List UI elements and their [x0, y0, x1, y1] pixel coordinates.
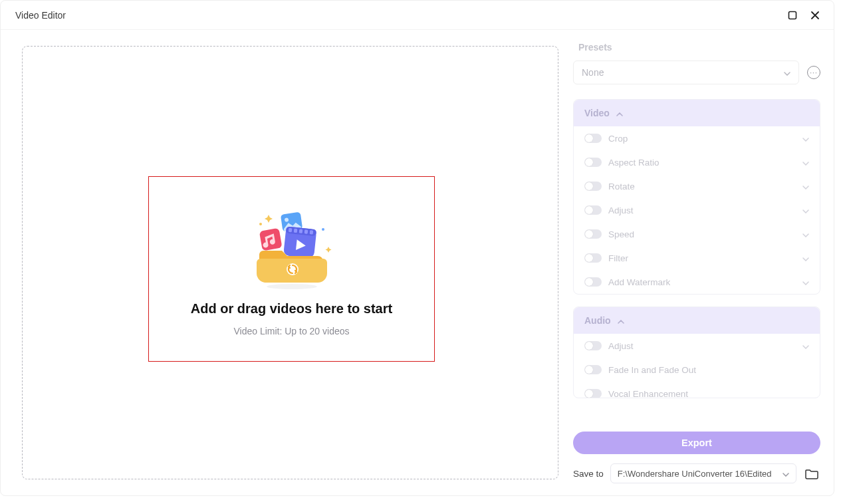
- chevron-down-icon: [802, 180, 809, 192]
- toggle-adjust-audio[interactable]: [584, 341, 602, 350]
- option-adjust-audio[interactable]: Adjust: [574, 334, 820, 358]
- svg-rect-5: [259, 228, 282, 251]
- toggle-crop[interactable]: [584, 134, 602, 143]
- toggle-rotate[interactable]: [584, 182, 602, 191]
- section-video-body: Crop Aspect Ratio Rotate: [574, 126, 820, 294]
- chevron-down-icon: [802, 204, 809, 216]
- presets-selected: None: [582, 67, 604, 78]
- toggle-fade[interactable]: [584, 365, 602, 374]
- section-video: Video Crop Aspect Ratio: [573, 99, 820, 295]
- option-fade[interactable]: Fade In and Fade Out: [574, 358, 820, 382]
- option-crop[interactable]: Crop: [574, 126, 820, 150]
- window-controls: [786, 9, 822, 22]
- save-to-row: Save to F:\Wondershare UniConverter 16\E…: [573, 463, 820, 483]
- left-pane: Add or drag videos here to start Video L…: [1, 30, 573, 495]
- save-path-value: F:\Wondershare UniConverter 16\Edited: [618, 469, 772, 479]
- dropzone-title: Add or drag videos here to start: [191, 301, 392, 316]
- section-audio-body: Adjust Fade In and Fade Out Vocal Enhanc…: [574, 334, 820, 398]
- option-label: Filter: [608, 253, 796, 263]
- dropzone-highlight: Add or drag videos here to start Video L…: [148, 176, 435, 362]
- section-title: Video: [584, 108, 610, 118]
- dropzone[interactable]: Add or drag videos here to start Video L…: [22, 46, 558, 479]
- media-folder-icon: [249, 209, 335, 289]
- presets-row: None ···: [573, 61, 820, 84]
- section-title: Audio: [584, 315, 611, 326]
- svg-rect-11: [304, 229, 308, 233]
- chevron-down-icon: [784, 67, 790, 78]
- body: Add or drag videos here to start Video L…: [1, 30, 834, 495]
- right-footer: Export Save to F:\Wondershare UniConvert…: [573, 424, 820, 495]
- toggle-filter[interactable]: [584, 253, 602, 263]
- chevron-down-icon: [783, 469, 789, 479]
- option-speed[interactable]: Speed: [574, 222, 820, 246]
- right-pane: Presets None ··· Video: [573, 30, 834, 495]
- save-path-select[interactable]: F:\Wondershare UniConverter 16\Edited: [610, 463, 796, 483]
- export-label: Export: [681, 438, 712, 448]
- svg-rect-10: [299, 229, 302, 233]
- svg-rect-9: [293, 229, 297, 233]
- option-label: Adjust: [608, 205, 796, 215]
- chevron-down-icon: [802, 132, 809, 144]
- chevron-down-icon: [802, 276, 809, 288]
- option-label: Add Watermark: [608, 277, 796, 287]
- presets-select[interactable]: None: [573, 61, 799, 84]
- export-button[interactable]: Export: [573, 432, 820, 454]
- option-label: Rotate: [608, 182, 796, 191]
- presets-label: Presets: [578, 42, 820, 53]
- option-label: Fade In and Fade Out: [608, 365, 809, 375]
- window-title: Video Editor: [15, 10, 66, 21]
- option-label: Adjust: [608, 341, 796, 351]
- toggle-speed[interactable]: [584, 229, 602, 239]
- toggle-add-watermark[interactable]: [584, 277, 602, 287]
- option-add-watermark[interactable]: Add Watermark: [574, 270, 820, 294]
- caret-up-icon: [618, 315, 624, 326]
- section-audio: Audio Adjust Fade In and: [573, 307, 820, 398]
- folder-icon: [805, 467, 818, 479]
- chevron-down-icon: [802, 340, 809, 352]
- settings-scroll[interactable]: Video Crop Aspect Ratio: [573, 99, 820, 424]
- svg-point-14: [267, 284, 317, 289]
- svg-rect-8: [288, 228, 292, 232]
- option-aspect-ratio[interactable]: Aspect Ratio: [574, 150, 820, 174]
- chevron-down-icon: [802, 228, 809, 240]
- option-filter[interactable]: Filter: [574, 246, 820, 270]
- toggle-adjust-video[interactable]: [584, 205, 602, 215]
- section-audio-header[interactable]: Audio: [574, 307, 820, 334]
- caret-up-icon: [616, 107, 623, 119]
- close-icon: [810, 11, 820, 20]
- toggle-vocal-enhancement[interactable]: [584, 389, 602, 398]
- close-button[interactable]: [808, 9, 822, 22]
- svg-point-2: [322, 228, 324, 231]
- option-label: Vocal Enhancement: [608, 389, 809, 398]
- svg-rect-0: [789, 11, 796, 19]
- save-to-label: Save to: [573, 469, 604, 479]
- svg-rect-12: [309, 230, 313, 234]
- chevron-down-icon: [802, 156, 809, 168]
- dropzone-subtitle: Video Limit: Up to 20 videos: [233, 326, 349, 336]
- video-editor-window: Video Editor: [0, 0, 834, 496]
- presets-more-button[interactable]: ···: [807, 66, 820, 79]
- toggle-aspect-ratio[interactable]: [584, 158, 602, 167]
- open-folder-button[interactable]: [803, 465, 820, 482]
- svg-point-1: [259, 223, 262, 225]
- option-label: Aspect Ratio: [608, 158, 796, 168]
- maximize-button[interactable]: [786, 9, 799, 22]
- option-rotate[interactable]: Rotate: [574, 174, 820, 198]
- section-video-header[interactable]: Video: [574, 100, 820, 126]
- titlebar: Video Editor: [1, 1, 834, 30]
- option-vocal-enhancement[interactable]: Vocal Enhancement: [574, 382, 820, 398]
- more-icon: ···: [810, 69, 817, 76]
- option-adjust-video[interactable]: Adjust: [574, 198, 820, 222]
- option-label: Speed: [608, 229, 796, 239]
- option-label: Crop: [608, 134, 796, 144]
- chevron-down-icon: [802, 252, 809, 264]
- square-icon: [788, 11, 797, 20]
